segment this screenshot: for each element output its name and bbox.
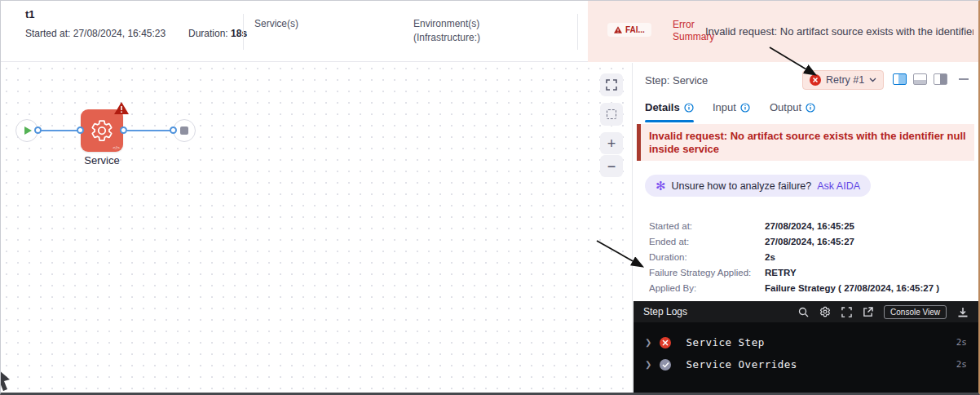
log-step-name: Service Overrides	[686, 358, 797, 371]
marquee-select-icon	[607, 109, 616, 119]
environments-label: Environment(s)	[413, 17, 480, 31]
panel-layout-controls	[893, 73, 969, 85]
detail-value: RETRY	[765, 268, 797, 277]
log-search-icon[interactable]	[798, 307, 809, 317]
log-settings-gear-icon[interactable]	[819, 306, 831, 317]
retry-dropdown-button[interactable]: Retry #1	[802, 70, 884, 90]
gear-icon	[90, 118, 114, 143]
canvas-zoom-in-button[interactable]: +	[600, 132, 623, 154]
edge-start-to-service	[38, 130, 81, 131]
detail-row: Failure Strategy Applied: RETRY	[649, 264, 970, 280]
error-summary-text: Invalid request: No artifact source exis…	[705, 25, 973, 38]
failed-status-icon	[660, 337, 671, 348]
info-icon[interactable]	[806, 103, 815, 113]
service-step-node[interactable]: </>	[81, 109, 123, 152]
zoom-in-icon: +	[607, 136, 616, 151]
retry-button-label: Retry #1	[826, 74, 864, 86]
play-icon	[24, 126, 32, 135]
detail-row: Applied By: Failure Strategy ( 27/08/202…	[649, 280, 970, 295]
detail-label: Started at:	[649, 221, 765, 231]
failure-warning-icon	[114, 102, 129, 114]
log-open-external-icon[interactable]	[863, 307, 873, 317]
zoom-out-icon: −	[607, 159, 616, 174]
log-expand-icon[interactable]	[841, 307, 852, 317]
log-step-name: Service Step	[686, 336, 764, 348]
service-node-port-left	[77, 126, 84, 134]
detail-row: Ended at: 27/08/2024, 16:45:27	[649, 233, 970, 249]
service-node-port-right	[120, 126, 127, 134]
edge-service-to-end	[127, 130, 173, 131]
started-at-value: 27/08/2024, 16:45:23	[73, 28, 166, 39]
error-summary-strip: FAI... Error Summary Invalid request: No…	[588, 1, 978, 62]
log-rows: ❯ Service Step 2s ❯ Service Overrides 2s	[633, 322, 978, 375]
active-tab-underline	[645, 120, 694, 122]
pipeline-execution-page: { "header": { "title": "t1", "started_la…	[0, 0, 980, 395]
log-row-service-step[interactable]: ❯ Service Step 2s	[633, 331, 978, 353]
layout-right-panel-icon[interactable]	[893, 73, 907, 85]
execution-details-list: Started at: 27/08/2024, 16:45:25 Ended a…	[649, 218, 970, 295]
canvas-select-button[interactable]	[600, 103, 623, 126]
step-tabs: Details Input Output	[633, 100, 978, 122]
chevron-right-icon[interactable]: ❯	[645, 338, 651, 347]
log-step-duration: 2s	[956, 337, 967, 348]
chevron-right-icon[interactable]: ❯	[645, 360, 651, 369]
tab-details[interactable]: Details	[645, 101, 694, 113]
canvas-fullscreen-button[interactable]	[600, 73, 623, 96]
failed-badge-label: FAI...	[625, 25, 645, 34]
aida-suggestion-pill[interactable]: ✻ Unsure how to analyze failure? Ask AID…	[645, 175, 871, 197]
log-row-service-overrides[interactable]: ❯ Service Overrides 2s	[633, 353, 978, 375]
detail-label: Failure Strategy Applied:	[649, 268, 765, 277]
aida-question-text: Unsure how to analyze failure?	[672, 180, 812, 192]
tab-input-label: Input	[713, 101, 736, 113]
chevron-down-icon	[869, 78, 876, 82]
failed-status-badge[interactable]: FAI...	[607, 23, 651, 37]
detail-value: 27/08/2024, 16:45:27	[765, 237, 854, 246]
layout-bottom-panel-icon[interactable]	[913, 73, 927, 85]
step-details-panel: Step: Service Retry #1 Details Input Out…	[633, 63, 978, 393]
warning-triangle-icon	[614, 26, 622, 33]
detail-value: Failure Strategy ( 27/08/2024, 16:45:27 …	[765, 283, 939, 293]
step-logs-console: Step Logs Console View ❯	[633, 301, 978, 393]
console-view-button[interactable]: Console View	[884, 305, 947, 319]
pipeline-canvas[interactable]: </> Service + −	[1, 63, 633, 393]
stop-icon	[180, 126, 188, 135]
infrastructure-label: (Infrastructure:)	[413, 31, 480, 45]
retry-failed-status-icon	[810, 74, 821, 86]
layout-side-panel-icon[interactable]	[934, 73, 947, 85]
step-panel-title: Step: Service	[645, 74, 708, 87]
console-header: Step Logs Console View	[633, 301, 978, 322]
duration-label: Duration:	[188, 28, 228, 39]
fullscreen-icon	[606, 79, 617, 91]
aida-icon: ✻	[656, 180, 666, 192]
log-download-icon[interactable]	[957, 307, 969, 317]
canvas-zoom-out-button[interactable]: −	[600, 155, 623, 177]
started-at-text: Started at: 27/08/2024, 16:45:23	[25, 28, 166, 39]
info-icon[interactable]	[740, 103, 750, 113]
console-title: Step Logs	[643, 306, 687, 317]
tab-output[interactable]: Output	[770, 101, 815, 113]
detail-value: 2s	[765, 252, 775, 262]
info-icon[interactable]	[684, 103, 694, 113]
tab-input[interactable]: Input	[713, 101, 750, 113]
success-status-icon	[660, 359, 671, 371]
minimize-panel-icon[interactable]	[959, 78, 969, 80]
tab-output-label: Output	[770, 101, 801, 113]
detail-label: Duration:	[649, 252, 765, 262]
detail-value: 27/08/2024, 16:45:25	[765, 221, 854, 231]
pipeline-run-title: t1	[25, 8, 35, 20]
header-divider	[243, 14, 244, 50]
execution-header: t1 Started at: 27/08/2024, 16:45:23 Dura…	[1, 1, 978, 62]
service-node-label: Service	[71, 154, 133, 166]
detail-label: Applied By:	[649, 283, 765, 293]
environments-column-label: Environment(s) (Infrastructure:)	[413, 17, 480, 45]
duration-text: Duration: 18s	[188, 28, 247, 39]
log-step-duration: 2s	[956, 359, 967, 370]
ask-aida-link[interactable]: Ask AIDA	[817, 180, 860, 192]
step-error-alert: Invalid request: No artifact source exis…	[637, 124, 974, 161]
services-column-label: Service(s)	[254, 17, 298, 31]
template-code-glyph: </>	[113, 145, 120, 150]
end-node-port	[170, 126, 177, 134]
duration-value: 18s	[231, 28, 247, 39]
detail-label: Ended at:	[649, 237, 765, 246]
header-divider	[577, 14, 578, 50]
